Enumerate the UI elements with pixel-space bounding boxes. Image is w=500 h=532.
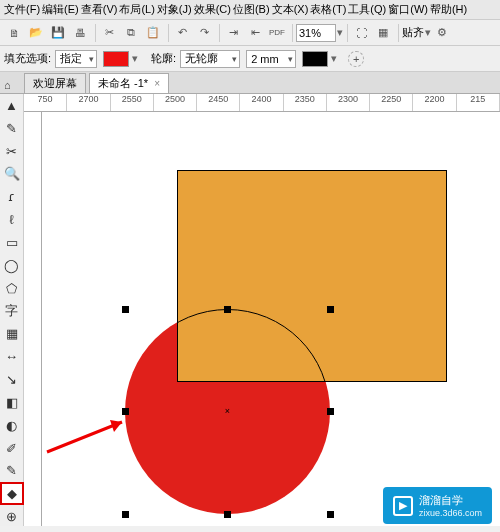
grid-icon[interactable]: ▦ xyxy=(373,23,393,43)
outline-color-swatch[interactable] xyxy=(302,51,328,67)
ruler-tick: 2300 xyxy=(327,94,370,111)
separator xyxy=(292,24,293,42)
menu-edit[interactable]: 编辑(E) xyxy=(42,2,79,17)
tab-welcome[interactable]: 欢迎屏幕 xyxy=(24,73,86,93)
ruler-tick: 2250 xyxy=(370,94,413,111)
menu-file[interactable]: 文件(F) xyxy=(4,2,40,17)
document-tabs: ⌂ 欢迎屏幕 未命名 -1* × xyxy=(0,72,500,94)
selection-handle[interactable] xyxy=(122,408,129,415)
tab-label: 欢迎屏幕 xyxy=(33,76,77,91)
menu-effects[interactable]: 效果(C) xyxy=(194,2,231,17)
menu-help[interactable]: 帮助(H) xyxy=(430,2,467,17)
menu-layout[interactable]: 布局(L) xyxy=(119,2,154,17)
watermark-badge: ▶ 溜溜自学 zixue.3d66.com xyxy=(383,487,492,524)
fill-tool-icon[interactable]: ◆ xyxy=(2,484,22,503)
connector-tool-icon[interactable]: ↘ xyxy=(2,370,22,389)
ellipse-outline xyxy=(177,309,330,382)
fill-color-swatch[interactable] xyxy=(103,51,129,67)
table-tool-icon[interactable]: ▦ xyxy=(2,324,22,343)
pdf-icon[interactable]: PDF xyxy=(267,23,287,43)
save-icon[interactable]: 💾 xyxy=(48,23,68,43)
ruler-tick: 2200 xyxy=(413,94,456,111)
menu-window[interactable]: 窗口(W) xyxy=(388,2,428,17)
selection-handle[interactable] xyxy=(327,511,334,518)
outline-style-select[interactable]: 无轮廓 xyxy=(180,50,240,68)
add-tool-icon[interactable]: ⊕ xyxy=(2,507,22,526)
open-icon[interactable]: 📂 xyxy=(26,23,46,43)
eyedropper-tool-icon[interactable]: ✐ xyxy=(2,439,22,458)
new-icon[interactable]: 🗎 xyxy=(4,23,24,43)
tab-document[interactable]: 未命名 -1* × xyxy=(89,73,169,93)
pick-tool-icon[interactable]: ▲ xyxy=(2,96,22,115)
separator xyxy=(398,24,399,42)
menu-table[interactable]: 表格(T) xyxy=(310,2,346,17)
fill-color-dropdown-icon[interactable]: ▾ xyxy=(131,52,139,65)
zoom-tool-icon[interactable]: 🔍 xyxy=(2,165,22,184)
menu-bar: 文件(F) 编辑(E) 查看(V) 布局(L) 对象(J) 效果(C) 位图(B… xyxy=(0,0,500,20)
export-icon[interactable]: ⇤ xyxy=(245,23,265,43)
ellipse-tool-icon[interactable]: ◯ xyxy=(2,256,22,275)
canvas[interactable]: × xyxy=(42,112,500,526)
tab-label: 未命名 -1* xyxy=(98,76,148,91)
vertical-ruler xyxy=(24,112,42,526)
standard-toolbar: 🗎 📂 💾 🖶 ✂ ⧉ 📋 ↶ ↷ ⇥ ⇤ PDF ▾ ⛶ ▦ 贴齐 ▾ ⚙ xyxy=(0,20,500,46)
copy-icon[interactable]: ⧉ xyxy=(121,23,141,43)
selection-handle[interactable] xyxy=(327,306,334,313)
zoom-dropdown-icon[interactable]: ▾ xyxy=(336,26,344,39)
menu-view[interactable]: 查看(V) xyxy=(81,2,118,17)
import-icon[interactable]: ⇥ xyxy=(223,23,243,43)
options-icon[interactable]: ⚙ xyxy=(432,23,452,43)
undo-icon[interactable]: ↶ xyxy=(172,23,192,43)
text-tool-icon[interactable]: 字 xyxy=(2,302,22,321)
outline-tool-icon[interactable]: ✎ xyxy=(2,462,22,481)
fill-mode-select[interactable]: 指定 xyxy=(55,50,97,68)
dimension-tool-icon[interactable]: ↔ xyxy=(2,347,22,366)
ruler-tick: 750 xyxy=(24,94,67,111)
outline-width-select[interactable]: 2 mm xyxy=(246,50,296,68)
separator xyxy=(219,24,220,42)
home-icon[interactable]: ⌂ xyxy=(4,79,18,93)
menu-tools[interactable]: 工具(Q) xyxy=(348,2,386,17)
fullscreen-icon[interactable]: ⛶ xyxy=(351,23,371,43)
snap-dropdown-icon[interactable]: ▾ xyxy=(424,26,432,39)
work-area: ▲ ✎ ✂ 🔍 ɾ ℓ ▭ ◯ ⬠ 字 ▦ ↔ ↘ ◧ ◐ ✐ ✎ ◆ ⊕ 75… xyxy=(0,94,500,526)
menu-object[interactable]: 对象(J) xyxy=(157,2,192,17)
zoom-input[interactable] xyxy=(296,24,336,42)
transparency-tool-icon[interactable]: ◐ xyxy=(2,416,22,435)
crop-tool-icon[interactable]: ✂ xyxy=(2,142,22,161)
redo-icon[interactable]: ↷ xyxy=(194,23,214,43)
selection-handle[interactable] xyxy=(224,306,231,313)
ruler-tick: 2700 xyxy=(67,94,110,111)
cut-icon[interactable]: ✂ xyxy=(99,23,119,43)
canvas-zone: 750 2700 2550 2500 2450 2400 2350 2300 2… xyxy=(24,94,500,526)
rectangle-tool-icon[interactable]: ▭ xyxy=(2,233,22,252)
freehand-tool-icon[interactable]: ɾ xyxy=(2,187,22,206)
artistic-media-icon[interactable]: ℓ xyxy=(2,210,22,229)
toolbox: ▲ ✎ ✂ 🔍 ɾ ℓ ▭ ◯ ⬠ 字 ▦ ↔ ↘ ◧ ◐ ✐ ✎ ◆ ⊕ xyxy=(0,94,24,526)
outline-label: 轮廓: xyxy=(151,51,176,66)
separator xyxy=(95,24,96,42)
outline-color-dropdown-icon[interactable]: ▾ xyxy=(330,52,338,65)
polygon-tool-icon[interactable]: ⬠ xyxy=(2,279,22,298)
selection-handle[interactable] xyxy=(224,511,231,518)
selection-handle[interactable] xyxy=(327,408,334,415)
ruler-tick: 2350 xyxy=(284,94,327,111)
selection-handle[interactable] xyxy=(122,306,129,313)
fill-options-label: 填充选项: xyxy=(4,51,51,66)
menu-bitmap[interactable]: 位图(B) xyxy=(233,2,270,17)
print-icon[interactable]: 🖶 xyxy=(70,23,90,43)
close-icon[interactable]: × xyxy=(154,78,160,89)
horizontal-ruler: 750 2700 2550 2500 2450 2400 2350 2300 2… xyxy=(24,94,500,112)
svg-line-0 xyxy=(47,422,122,452)
shape-tool-icon[interactable]: ✎ xyxy=(2,119,22,138)
add-preset-icon[interactable]: + xyxy=(348,51,364,67)
ruler-tick: 215 xyxy=(457,94,500,111)
dropshadow-tool-icon[interactable]: ◧ xyxy=(2,393,22,412)
watermark-url: zixue.3d66.com xyxy=(419,508,482,518)
separator xyxy=(168,24,169,42)
snap-label: 贴齐 xyxy=(402,25,424,40)
menu-text[interactable]: 文本(X) xyxy=(272,2,309,17)
ruler-tick: 2500 xyxy=(154,94,197,111)
selection-handle[interactable] xyxy=(122,511,129,518)
paste-icon[interactable]: 📋 xyxy=(143,23,163,43)
